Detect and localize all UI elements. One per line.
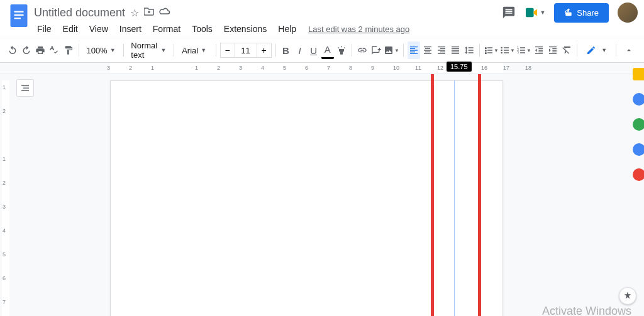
align-left-icon[interactable] [408,41,420,59]
menu-format[interactable]: Format [148,23,185,35]
last-edit-link[interactable]: Last edit was 2 minutes ago [308,25,409,34]
tasks-icon[interactable] [633,118,644,131]
document-title[interactable]: Untitled document [34,6,125,19]
svg-text:3: 3 [517,51,519,54]
collapse-icon[interactable] [620,41,638,59]
font-size-value[interactable]: 11 [235,43,257,58]
redo-icon[interactable] [20,41,33,59]
bullet-list-icon[interactable]: ▼ [500,41,515,59]
menu-tools[interactable]: Tools [187,23,217,35]
print-icon[interactable] [34,41,47,59]
horizontal-ruler[interactable]: 15.75 3 2 1 1 2 3 4 5 6 7 8 9 10 11 12 1… [0,63,644,74]
windows-watermark: Activate Windows Go to Settings to activ… [522,305,631,316]
explore-button[interactable] [619,287,636,305]
share-button[interactable]: Share [554,3,609,23]
clear-format-icon[interactable] [560,41,573,59]
vertical-ruler[interactable]: 1 2 1 2 3 4 5 6 7 8 [0,74,11,316]
font-size-plus[interactable]: + [257,43,272,58]
indent-decrease-icon[interactable] [533,41,545,59]
image-icon[interactable]: ▼ [384,41,399,59]
svg-rect-4 [526,8,534,17]
spellcheck-icon[interactable] [48,41,60,59]
paint-format-icon[interactable] [62,41,75,59]
style-select[interactable]: Normal text▼ [127,41,170,59]
italic-icon[interactable]: I [293,41,306,59]
svg-point-8 [501,52,502,54]
share-label: Share [577,8,599,18]
font-size-minus[interactable]: − [220,43,235,58]
align-center-icon[interactable] [421,41,434,59]
align-right-icon[interactable] [435,41,448,59]
meet-button[interactable]: ▼ [525,7,545,18]
text-color-icon[interactable]: A [321,41,334,59]
menu-extensions[interactable]: Extensions [219,23,271,35]
indent-increase-icon[interactable] [547,41,559,59]
comments-icon[interactable] [502,6,516,19]
side-panel [634,62,644,313]
calendar-icon[interactable] [633,68,644,80]
align-justify-icon[interactable] [449,41,462,59]
svg-point-7 [501,50,502,52]
menu-edit[interactable]: Edit [58,23,82,35]
avatar[interactable] [618,3,638,23]
svg-rect-3 [14,18,21,19]
svg-rect-2 [14,14,24,16]
menu-insert[interactable]: Insert [115,23,146,35]
svg-rect-5 [566,12,572,16]
margin-tooltip: 15.75 [447,62,472,72]
line-spacing-icon[interactable] [463,41,475,59]
font-select[interactable]: Arial▼ [178,41,212,59]
star-icon[interactable]: ☆ [130,7,139,19]
keep-icon[interactable] [633,93,644,106]
highlight-icon[interactable] [335,41,348,59]
menu-file[interactable]: File [33,23,56,35]
move-icon[interactable] [144,7,154,19]
maps-icon[interactable] [633,168,644,181]
checklist-icon[interactable]: ▼ [484,41,499,59]
contacts-icon[interactable] [633,143,644,156]
editing-mode-button[interactable]: ▼ [581,43,612,58]
bold-icon[interactable]: B [279,41,292,59]
document-page[interactable] [110,80,503,316]
zoom-select[interactable]: 100%▼ [82,41,119,59]
undo-icon[interactable] [6,41,19,59]
link-icon[interactable] [356,41,369,59]
cloud-icon[interactable] [159,7,170,19]
docs-logo[interactable] [6,3,31,28]
font-size-stepper[interactable]: − 11 + [220,43,272,58]
menu-view[interactable]: View [85,23,113,35]
numbered-list-icon[interactable]: 123▼ [516,41,531,59]
svg-point-6 [501,47,502,49]
menu-help[interactable]: Help [274,23,301,35]
svg-rect-1 [14,11,24,13]
margin-drag-line[interactable] [454,80,455,316]
underline-icon[interactable]: U [308,41,320,59]
comment-add-icon[interactable] [370,41,382,59]
outline-toggle-button[interactable] [16,79,34,97]
